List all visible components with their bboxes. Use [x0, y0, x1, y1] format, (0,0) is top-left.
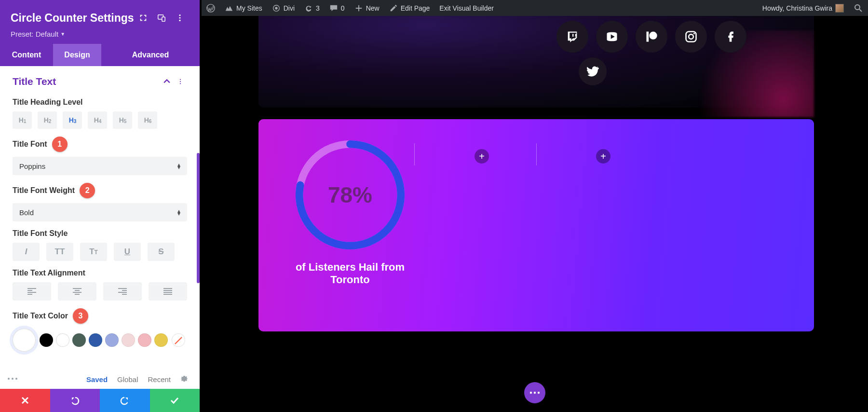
label-font: Title Font 1 [13, 137, 187, 152]
heading-h3[interactable]: H3 [63, 111, 82, 129]
palette-settings[interactable] [180, 375, 188, 384]
my-sites[interactable]: My Sites [220, 0, 267, 16]
edit-page[interactable]: Edit Page [384, 0, 435, 16]
swatch-6[interactable] [138, 333, 151, 347]
align-center[interactable] [58, 282, 96, 301]
swatch-1[interactable] [56, 333, 69, 347]
svg-point-22 [530, 392, 532, 394]
swatch-2[interactable] [72, 333, 86, 347]
social-patreon[interactable] [636, 21, 667, 53]
tab-content[interactable]: Content [0, 44, 53, 66]
preview-canvas: + + 78% of Listeners Hail from Toronto [202, 16, 868, 412]
tab-advanced[interactable]: Advanced [101, 44, 200, 66]
responsive-button[interactable] [152, 9, 171, 27]
svg-point-12 [8, 378, 10, 380]
section-title-text[interactable]: Title Text [13, 75, 187, 88]
comments[interactable]: 0 [325, 0, 350, 16]
svg-rect-15 [647, 32, 649, 42]
heading-h6[interactable]: H6 [138, 111, 157, 129]
palette-global[interactable]: Global [117, 375, 138, 384]
social-youtube[interactable] [596, 21, 628, 53]
expand-button[interactable] [134, 9, 152, 27]
svg-point-24 [538, 392, 540, 394]
save-button[interactable] [150, 389, 200, 412]
palette-recent[interactable]: Recent [148, 375, 171, 384]
more-button[interactable] [171, 9, 189, 27]
svg-point-23 [534, 392, 536, 394]
expand-icon [139, 14, 148, 22]
scrollbar-thumb[interactable] [197, 153, 200, 283]
new-content[interactable]: New [350, 0, 384, 16]
font-select[interactable]: Poppins ▴▾ [13, 157, 187, 175]
user-greeting[interactable]: Howdy, Christina Gwira [758, 0, 849, 16]
svg-point-2 [275, 7, 277, 9]
add-module-button[interactable]: + [596, 149, 610, 164]
style-uppercase[interactable]: TT [46, 243, 73, 261]
style-underline[interactable]: U [114, 243, 141, 261]
twitch-icon [566, 30, 579, 43]
counter-value: 78% [294, 138, 407, 251]
select-caret-icon: ▴▾ [177, 163, 180, 169]
comment-icon [329, 4, 338, 13]
swatch-7[interactable] [154, 333, 168, 347]
caption-line1: of Listeners Hail from [296, 261, 405, 273]
preset-label: Preset: Default [11, 30, 58, 38]
social-facebook[interactable] [715, 21, 746, 53]
style-italic[interactable]: I [13, 243, 40, 261]
tab-design[interactable]: Design [53, 44, 101, 66]
circle-counter[interactable]: 78% of Listeners Hail from Toronto [287, 138, 413, 287]
panel-body: Title Text Title Heading Level H1H2H3H4H… [0, 66, 200, 370]
panel-footer [0, 389, 200, 412]
undo-button[interactable] [50, 389, 100, 412]
social-twitter[interactable] [579, 57, 607, 85]
my-sites-label: My Sites [236, 4, 262, 12]
builder-fab[interactable] [524, 382, 545, 403]
style-strike[interactable]: S [148, 243, 175, 261]
label-alignment: Title Text Alignment [13, 269, 187, 277]
updates[interactable]: 3 [299, 0, 325, 16]
callout-1: 1 [52, 137, 68, 152]
swatch-none[interactable] [172, 333, 185, 347]
avatar [835, 4, 844, 13]
collapse-button[interactable] [160, 75, 174, 88]
heading-h4[interactable]: H4 [88, 111, 107, 129]
swatch-0[interactable] [40, 333, 53, 347]
panel-title: Circle Counter Settings [11, 12, 134, 25]
site-home[interactable]: Divi [267, 0, 299, 16]
admin-search[interactable] [849, 0, 868, 16]
subfooter-more[interactable] [7, 374, 18, 385]
swatch-4[interactable] [105, 333, 119, 347]
social-instagram[interactable] [675, 21, 707, 53]
align-left[interactable] [13, 282, 51, 301]
section-label: Title Text [13, 76, 160, 87]
svg-rect-5 [162, 17, 165, 21]
redo-button[interactable] [100, 389, 150, 412]
exit-vb[interactable]: Exit Visual Builder [434, 0, 499, 16]
social-twitch[interactable] [556, 21, 588, 53]
swatch-3[interactable] [89, 333, 102, 347]
callout-2: 2 [80, 183, 95, 198]
svg-point-9 [180, 79, 181, 80]
weight-select[interactable]: Bold ▴▾ [13, 203, 187, 221]
align-right[interactable] [103, 282, 142, 301]
heading-h1[interactable]: H1 [13, 111, 32, 129]
swatch-current[interactable] [13, 329, 36, 352]
cancel-button[interactable] [0, 389, 50, 412]
heading-h2[interactable]: H2 [38, 111, 57, 129]
heading-h5[interactable]: H5 [113, 111, 132, 129]
dots-icon [529, 391, 541, 395]
label-font-weight-text: Title Font Weight [13, 186, 75, 195]
tabs: Content Design Advanced [0, 44, 200, 66]
panel-subfooter: Saved Global Recent [0, 370, 200, 389]
preset-selector[interactable]: Preset: Default ▼ [11, 30, 189, 38]
align-justify[interactable] [149, 282, 187, 301]
palette-saved[interactable]: Saved [86, 375, 108, 384]
style-smallcaps[interactable]: TT [80, 243, 107, 261]
section-more-button[interactable] [174, 75, 187, 88]
svg-point-6 [179, 14, 180, 16]
greeting-text: Howdy, Christina Gwira [762, 4, 832, 12]
instagram-icon [684, 30, 698, 43]
wp-logo[interactable] [202, 0, 220, 16]
swatch-5[interactable] [122, 333, 135, 347]
add-module-button[interactable]: + [475, 149, 489, 164]
